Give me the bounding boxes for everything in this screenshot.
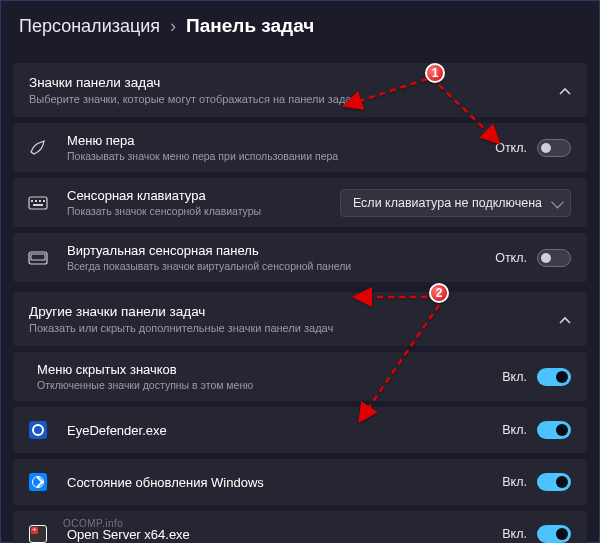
svg-rect-3	[39, 200, 41, 202]
toggle-open-server[interactable]	[537, 525, 571, 543]
pen-icon	[27, 137, 49, 159]
section-title: Другие значки панели задач	[29, 304, 333, 319]
chevron-up-icon	[559, 84, 571, 96]
svg-rect-0	[29, 197, 47, 209]
section-sub: Показать или скрыть дополнительные значк…	[29, 322, 333, 334]
row-windows-update: Состояние обновления Windows Вкл.	[13, 459, 587, 505]
touchpad-icon	[27, 247, 49, 269]
watermark: OCOMP.info	[63, 518, 123, 529]
toggle-state-label: Откл.	[495, 251, 527, 265]
app-icon	[27, 419, 49, 441]
svg-rect-4	[43, 200, 45, 202]
toggle-state-label: Вкл.	[502, 370, 527, 384]
breadcrumb-current: Панель задач	[186, 15, 314, 37]
svg-rect-5	[33, 204, 43, 206]
breadcrumb-separator: ›	[170, 16, 176, 37]
breadcrumb: Персонализация › Панель задач	[1, 1, 599, 53]
row-pen-menu: Меню пера Показывать значок меню пера пр…	[13, 123, 587, 172]
row-title: Состояние обновления Windows	[67, 475, 502, 490]
row-virtual-touchpad: Виртуальная сенсорная панель Всегда пока…	[13, 233, 587, 282]
row-sub: Отключенные значки доступны в этом меню	[37, 379, 502, 391]
row-sub: Всегда показывать значок виртуальной сен…	[67, 260, 495, 272]
row-title: Open Server x64.exe	[67, 527, 502, 542]
chevron-up-icon	[559, 313, 571, 325]
toggle-windows-update[interactable]	[537, 473, 571, 491]
dropdown-touch-keyboard[interactable]: Если клавиатура не подключена	[340, 189, 571, 217]
app-icon	[27, 523, 49, 543]
row-title: Меню скрытых значков	[37, 362, 502, 377]
row-title: Меню пера	[67, 133, 495, 148]
svg-rect-1	[31, 200, 33, 202]
toggle-eyedefender[interactable]	[537, 421, 571, 439]
toggle-state-label: Вкл.	[502, 423, 527, 437]
row-sub: Показать значок сенсорной клавиатуры	[67, 205, 340, 217]
row-eyedefender: EyeDefender.exe Вкл.	[13, 407, 587, 453]
app-icon	[27, 471, 49, 493]
toggle-state-label: Откл.	[495, 141, 527, 155]
svg-rect-7	[31, 254, 45, 260]
toggle-state-label: Вкл.	[502, 475, 527, 489]
toggle-hidden-icons-menu[interactable]	[537, 368, 571, 386]
row-sub: Показывать значок меню пера при использо…	[67, 150, 495, 162]
toggle-virtual-touchpad[interactable]	[537, 249, 571, 267]
section-other-icons[interactable]: Другие значки панели задач Показать или …	[13, 292, 587, 346]
touch-keyboard-icon	[27, 192, 49, 214]
svg-rect-2	[35, 200, 37, 202]
row-title: EyeDefender.exe	[67, 423, 502, 438]
row-hidden-icons-menu: Меню скрытых значков Отключенные значки …	[13, 352, 587, 401]
breadcrumb-parent[interactable]: Персонализация	[19, 16, 160, 37]
section-taskbar-icons[interactable]: Значки панели задач Выберите значки, кот…	[13, 63, 587, 117]
toggle-pen-menu[interactable]	[537, 139, 571, 157]
row-title: Виртуальная сенсорная панель	[67, 243, 495, 258]
row-touch-keyboard: Сенсорная клавиатура Показать значок сен…	[13, 178, 587, 227]
section-title: Значки панели задач	[29, 75, 357, 90]
row-title: Сенсорная клавиатура	[67, 188, 340, 203]
section-sub: Выберите значки, которые могут отображат…	[29, 93, 357, 105]
toggle-state-label: Вкл.	[502, 527, 527, 541]
